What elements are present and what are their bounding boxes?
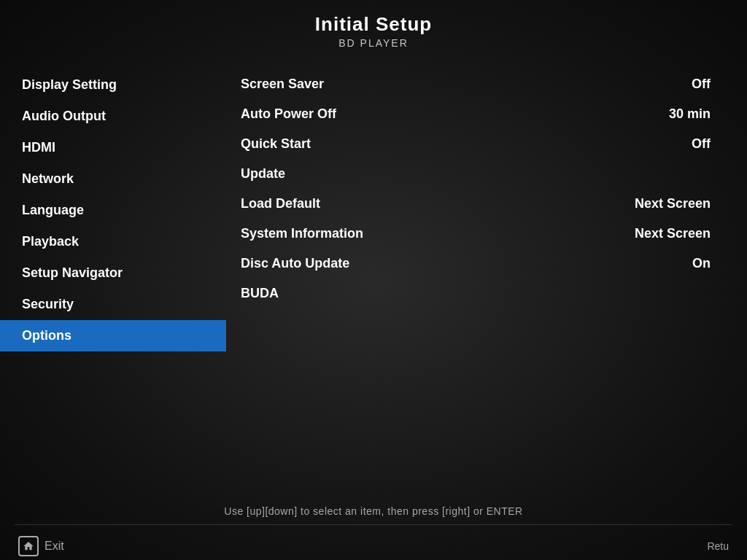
footer-hint: Use [up][down] to select an item, then p… bbox=[0, 505, 747, 517]
main-area: Display Setting Audio Output HDMI Networ… bbox=[0, 55, 747, 494]
option-row-disc-auto-update[interactable]: Disc Auto Update On bbox=[241, 249, 732, 279]
sidebar: Display Setting Audio Output HDMI Networ… bbox=[0, 62, 226, 487]
option-value-auto-power-off: 30 min bbox=[669, 106, 732, 122]
option-row-buda[interactable]: BUDA bbox=[241, 279, 732, 308]
sidebar-item-hdmi[interactable]: HDMI bbox=[0, 132, 226, 163]
option-row-quick-start[interactable]: Quick Start Off bbox=[241, 129, 732, 159]
option-label-update: Update bbox=[241, 166, 460, 182]
sidebar-item-display-setting[interactable]: Display Setting bbox=[0, 69, 226, 101]
home-icon[interactable] bbox=[18, 536, 39, 556]
page-subtitle: BD PLAYER bbox=[0, 37, 747, 49]
option-label-screen-saver: Screen Saver bbox=[241, 77, 460, 92]
option-value-quick-start: Off bbox=[692, 136, 732, 152]
option-label-buda: BUDA bbox=[241, 286, 460, 301]
option-row-auto-power-off[interactable]: Auto Power Off 30 min bbox=[241, 99, 732, 129]
sidebar-item-options[interactable]: Options bbox=[0, 320, 226, 351]
sidebar-item-security[interactable]: Security bbox=[0, 289, 226, 320]
main-content: Initial Setup BD PLAYER Display Setting … bbox=[0, 0, 747, 560]
option-label-auto-power-off: Auto Power Off bbox=[241, 106, 460, 122]
sidebar-item-language[interactable]: Language bbox=[0, 195, 226, 226]
sidebar-item-setup-navigator[interactable]: Setup Navigator bbox=[0, 257, 226, 289]
return-label: Retu bbox=[707, 540, 729, 552]
option-row-update[interactable]: Update bbox=[241, 159, 732, 189]
options-panel: Screen Saver Off Auto Power Off 30 min Q… bbox=[226, 62, 747, 487]
option-row-screen-saver[interactable]: Screen Saver Off bbox=[241, 69, 732, 99]
page-title: Initial Setup bbox=[0, 13, 747, 36]
option-value-screen-saver: Off bbox=[692, 77, 732, 92]
sidebar-item-playback[interactable]: Playback bbox=[0, 226, 226, 257]
footer: Use [up][down] to select an item, then p… bbox=[0, 494, 747, 524]
option-label-system-information: System Information bbox=[241, 226, 460, 241]
header: Initial Setup BD PLAYER bbox=[0, 0, 747, 55]
footer-nav: Exit Retu bbox=[0, 525, 747, 560]
sidebar-item-audio-output[interactable]: Audio Output bbox=[0, 101, 226, 132]
option-row-load-default[interactable]: Load Default Next Screen bbox=[241, 189, 732, 219]
option-value-system-information: Next Screen bbox=[635, 226, 732, 241]
exit-label[interactable]: Exit bbox=[44, 540, 64, 553]
option-row-system-information[interactable]: System Information Next Screen bbox=[241, 219, 732, 249]
sidebar-item-network[interactable]: Network bbox=[0, 163, 226, 195]
option-value-load-default: Next Screen bbox=[635, 196, 732, 211]
option-value-disc-auto-update: On bbox=[692, 256, 732, 271]
option-label-quick-start: Quick Start bbox=[241, 136, 460, 152]
option-label-disc-auto-update: Disc Auto Update bbox=[241, 256, 460, 271]
option-label-load-default: Load Default bbox=[241, 196, 460, 211]
